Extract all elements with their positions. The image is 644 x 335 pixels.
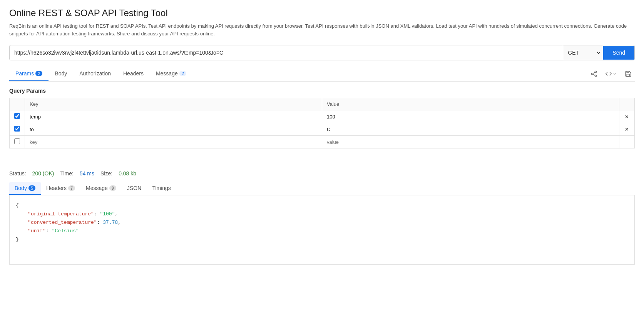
save-button[interactable] (623, 69, 633, 79)
params-badge: 2 (35, 71, 42, 76)
share-button[interactable] (589, 69, 599, 79)
tab-message[interactable]: Message 2 (150, 67, 192, 81)
resp-tab-message[interactable]: Message 9 (80, 182, 122, 195)
placeholder-check[interactable] (10, 136, 25, 148)
row1-value-input[interactable] (327, 114, 614, 120)
tab-headers[interactable]: Headers (117, 67, 150, 81)
section-title: Query Params (9, 88, 635, 94)
message-badge: 2 (179, 71, 186, 76)
resp-tab-json[interactable]: JSON (122, 182, 147, 195)
row2-key-input[interactable] (30, 127, 317, 132)
resp-headers-badge: 7 (68, 185, 75, 191)
placeholder-value-cell[interactable] (322, 136, 619, 148)
table-row: ✕ (10, 123, 635, 136)
method-select[interactable]: GET POST PUT DELETE PATCH HEAD OPTIONS (563, 45, 602, 60)
placeholder-delete (619, 136, 635, 148)
row2-check-cell[interactable] (10, 123, 25, 136)
resp-tab-timings[interactable]: Timings (147, 182, 176, 195)
json-close-brace: } (16, 237, 19, 242)
row1-key-input[interactable] (30, 114, 317, 120)
status-value: 200 (OK) (32, 170, 54, 177)
response-section: Status: 200 (OK) Time: 54 ms Size: 0.08 … (9, 164, 635, 265)
response-tabs-row: Body 5 Headers 7 Message 9 JSON Timings (9, 182, 635, 195)
json-val-2: 37.78 (103, 220, 118, 225)
placeholder-key-cell[interactable] (25, 136, 322, 148)
time-label: Time: (60, 170, 73, 177)
row1-value[interactable] (322, 110, 619, 123)
url-bar: GET POST PUT DELETE PATCH HEAD OPTIONS S… (9, 45, 635, 60)
table-row-placeholder (10, 136, 635, 148)
size-value: 0.08 kb (119, 170, 136, 177)
status-row: Status: 200 (OK) Time: 54 ms Size: 0.08 … (9, 170, 635, 177)
col-checkbox (10, 98, 25, 110)
row2-value[interactable] (322, 123, 619, 136)
row2-value-input[interactable] (327, 127, 614, 132)
page-title: Online REST & SOAP API Testing Tool (9, 8, 635, 18)
resp-tab-headers[interactable]: Headers 7 (41, 182, 80, 195)
size-label: Size: (100, 170, 112, 177)
json-key-3: "unit" (28, 228, 46, 234)
share-icon (590, 70, 597, 77)
json-open-brace: { (16, 203, 19, 208)
row2-key[interactable] (25, 123, 322, 136)
tab-body[interactable]: Body (49, 67, 73, 81)
col-delete (619, 98, 635, 110)
svg-line-4 (593, 72, 595, 73)
resp-body-badge: 5 (28, 185, 35, 191)
url-input[interactable] (10, 46, 563, 60)
col-key: Key (25, 98, 322, 110)
table-row: ✕ (10, 110, 635, 123)
row2-delete[interactable]: ✕ (619, 123, 635, 136)
page-wrapper: Online REST & SOAP API Testing Tool ReqB… (0, 0, 644, 335)
row1-checkbox[interactable] (14, 113, 20, 119)
resp-message-badge: 9 (109, 185, 116, 191)
time-value: 54 ms (80, 170, 94, 177)
status-label: Status: (9, 170, 26, 177)
placeholder-value-input[interactable] (327, 139, 614, 145)
save-icon (625, 70, 632, 77)
svg-point-2 (595, 75, 597, 77)
chevron-down-icon (612, 72, 617, 76)
json-val-1: "100" (100, 211, 115, 217)
page-description: ReqBin is an online API testing tool for… (9, 22, 635, 37)
send-button[interactable]: Send (603, 46, 634, 60)
svg-point-1 (591, 73, 593, 75)
response-body: { "original_temperature": "100", "conver… (9, 195, 635, 265)
tab-authorization[interactable]: Authorization (73, 67, 117, 81)
request-tabs-row: Params 2 Body Authorization Headers Mess… (9, 67, 635, 82)
json-key-1: "original_temperature" (28, 211, 94, 217)
row1-delete[interactable]: ✕ (619, 110, 635, 123)
placeholder-checkbox[interactable] (14, 138, 20, 144)
json-key-2: "converted_temperature" (28, 220, 97, 225)
row2-checkbox[interactable] (14, 126, 20, 132)
col-value: Value (322, 98, 619, 110)
code-icon (605, 70, 612, 77)
tabs-icons (589, 69, 635, 79)
params-table: Key Value ✕ (9, 98, 635, 148)
svg-point-0 (595, 71, 597, 73)
json-val-3: "Celsius" (52, 228, 79, 234)
code-button[interactable] (604, 69, 619, 79)
svg-line-3 (593, 74, 595, 75)
query-params-section: Query Params Key Value (9, 88, 635, 148)
placeholder-key-input[interactable] (30, 139, 317, 145)
resp-tab-body[interactable]: Body 5 (9, 182, 41, 195)
row1-check-cell[interactable] (10, 110, 25, 123)
tab-params[interactable]: Params 2 (9, 67, 49, 81)
row1-key[interactable] (25, 110, 322, 123)
